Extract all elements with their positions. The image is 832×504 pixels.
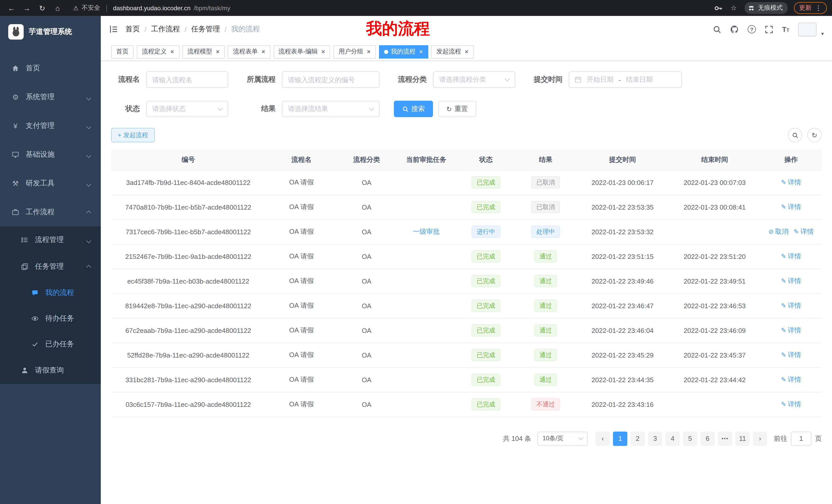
sidebar-item-leave-query[interactable]: 请假查询 xyxy=(0,357,101,384)
tab-my-process[interactable]: 我的流程× xyxy=(379,45,428,58)
process-name-input[interactable] xyxy=(146,72,228,88)
table-header-row: 编号流程名流程分类当前审批任务状态结果提交时间结束时间操作 xyxy=(111,149,822,170)
browser-update-button[interactable]: 更新 ⋮ xyxy=(794,2,827,14)
forward-icon[interactable]: → xyxy=(21,2,33,14)
cell-submit-time: 2022-01-22 23:45:29 xyxy=(576,343,669,367)
result-select[interactable]: 请选择流结果 xyxy=(282,101,380,117)
cancel-action-link[interactable]: ⊘取消 xyxy=(766,227,791,236)
category-select[interactable]: 请选择流程分类 xyxy=(433,72,515,88)
reset-button[interactable]: ↻ 重置 xyxy=(438,101,476,117)
current-task-link[interactable]: 一级审批 xyxy=(410,227,442,236)
avatar-caret-icon[interactable]: ▾ xyxy=(821,31,824,36)
tab-home[interactable]: 首页 xyxy=(111,45,134,58)
tab-label: 流程表单 xyxy=(233,47,258,56)
sidebar-item-process-management[interactable]: 流程管理 xyxy=(0,227,101,253)
breadcrumb-workflow[interactable]: 工作流程 xyxy=(151,25,180,34)
detail-action-link[interactable]: ✎详情 xyxy=(779,178,804,187)
create-process-button[interactable]: + 发起流程 xyxy=(111,128,155,142)
detail-action-link[interactable]: ✎详情 xyxy=(779,301,804,310)
breadcrumb-task-management[interactable]: 任务管理 xyxy=(191,25,220,34)
status-badge: 通过 xyxy=(534,300,557,312)
tab-close-icon[interactable]: × xyxy=(418,48,423,55)
pager-page-4[interactable]: 4 xyxy=(666,431,680,446)
sidebar-item-my-process[interactable]: 我的流程 xyxy=(0,280,101,306)
sidebar-item-todo-tasks[interactable]: 待办任务 xyxy=(0,306,101,331)
tab-user-group[interactable]: 用户分组× xyxy=(334,45,376,58)
tab-close-icon[interactable]: × xyxy=(260,48,265,55)
browser-home-icon[interactable]: ⌂ xyxy=(51,2,64,14)
refresh-table-button[interactable]: ↻ xyxy=(807,128,822,142)
parent-process-label: 所属流程 xyxy=(243,75,276,84)
column-header: 状态 xyxy=(457,149,515,170)
pager-next[interactable]: › xyxy=(753,431,767,446)
pager-page-1[interactable]: 1 xyxy=(613,431,627,446)
parent-process-input[interactable] xyxy=(282,72,380,88)
chevron-down-icon xyxy=(87,93,90,101)
tab-process-model[interactable]: 流程模型× xyxy=(182,45,225,58)
detail-action-link[interactable]: ✎详情 xyxy=(779,400,804,409)
github-icon[interactable] xyxy=(730,25,739,34)
sidebar-item-label: 基础设施 xyxy=(26,150,54,159)
help-icon[interactable]: ? xyxy=(748,25,756,33)
cell-process-name: OA 请假 xyxy=(265,343,337,367)
detail-action-link[interactable]: ✎详情 xyxy=(779,252,804,261)
sidebar: 芋道管理系统 首页 ⚙ 系统管理 ¥ 支付管理 xyxy=(0,16,101,504)
sidebar-item-payment-management[interactable]: ¥ 支付管理 xyxy=(0,111,101,140)
detail-action-link[interactable]: ✎详情 xyxy=(779,326,804,335)
tab-start-process[interactable]: 发起流程× xyxy=(431,45,474,58)
column-header: 结果 xyxy=(515,149,576,170)
sidebar-item-home[interactable]: 首页 xyxy=(0,54,101,83)
reload-icon[interactable]: ↻ xyxy=(36,2,48,14)
collapse-sidebar-icon[interactable] xyxy=(109,25,118,34)
tab-process-definition[interactable]: 流程定义× xyxy=(137,45,179,58)
status-select[interactable]: 请选择状态 xyxy=(146,101,228,117)
detail-action-link[interactable]: ✎详情 xyxy=(779,351,804,360)
detail-action-link[interactable]: ✎详情 xyxy=(779,202,804,212)
tab-close-icon[interactable]: × xyxy=(366,48,371,55)
pager-page-3[interactable]: 3 xyxy=(648,431,662,446)
fullscreen-icon[interactable] xyxy=(765,25,773,34)
search-button[interactable]: 搜索 xyxy=(394,101,433,117)
tab-label: 发起流程 xyxy=(436,47,461,56)
page-size-select[interactable]: 10条/页 xyxy=(537,431,588,446)
sidebar-item-system-management[interactable]: ⚙ 系统管理 xyxy=(0,83,101,111)
detail-action-link[interactable]: ✎详情 xyxy=(779,375,804,384)
submit-time-range-picker[interactable]: 开始日期 - 结束日期 xyxy=(569,72,682,88)
tab-process-form-edit[interactable]: 流程表单-编辑× xyxy=(274,45,330,58)
pager-page-6[interactable]: 6 xyxy=(700,431,715,446)
pager-more[interactable]: ••• xyxy=(718,431,732,446)
pager-page-5[interactable]: 5 xyxy=(683,431,697,446)
pager-prev[interactable]: ‹ xyxy=(595,431,610,446)
tab-close-icon[interactable]: × xyxy=(169,48,174,55)
password-key-icon[interactable] xyxy=(714,3,723,12)
tab-close-icon[interactable]: × xyxy=(464,48,468,55)
address-bar[interactable]: ⚠ 不安全 dashboard.yudao.iocoder.cn/bpm/tas… xyxy=(73,4,714,12)
table-row: 03c6c157-7b9a-11ec-a290-acde48001122OA 请… xyxy=(111,392,822,417)
sidebar-item-task-management[interactable]: 任务管理 xyxy=(0,253,101,280)
cell-process-id: 03c6c157-7b9a-11ec-a290-acde48001122 xyxy=(111,392,265,417)
sidebar-item-workflow[interactable]: 工作流程 xyxy=(0,198,101,227)
column-header: 编号 xyxy=(111,149,265,170)
breadcrumb-home[interactable]: 首页 xyxy=(126,25,140,34)
bookmark-star-icon[interactable]: ☆ xyxy=(729,3,738,12)
goto-page-input[interactable] xyxy=(791,431,811,446)
font-size-icon[interactable]: TT xyxy=(782,25,789,33)
detail-action-link[interactable]: ✎详情 xyxy=(791,227,816,236)
chevron-down-icon xyxy=(218,105,223,110)
back-icon[interactable]: ← xyxy=(5,2,18,14)
detail-action-link[interactable]: ✎详情 xyxy=(779,276,804,286)
toggle-search-button[interactable] xyxy=(788,128,802,142)
search-icon[interactable] xyxy=(713,25,722,34)
breadcrumb-separator: / xyxy=(145,25,147,33)
user-avatar[interactable] xyxy=(798,22,816,36)
tab-process-form[interactable]: 流程表单× xyxy=(228,45,270,58)
sidebar-item-done-tasks[interactable]: 已办任务 xyxy=(0,331,101,357)
tab-close-icon[interactable]: × xyxy=(215,48,219,55)
status-label: 状态 xyxy=(111,104,140,114)
sidebar-item-dev-tools[interactable]: ⚒ 研发工具 xyxy=(0,169,101,198)
tab-close-icon[interactable]: × xyxy=(320,48,325,55)
pager-page-2[interactable]: 2 xyxy=(630,431,645,446)
browser-menu-icon[interactable]: ⋮ xyxy=(815,4,822,12)
sidebar-item-infrastructure[interactable]: 基础设施 xyxy=(0,140,101,169)
pager-page-11[interactable]: 11 xyxy=(735,431,750,446)
